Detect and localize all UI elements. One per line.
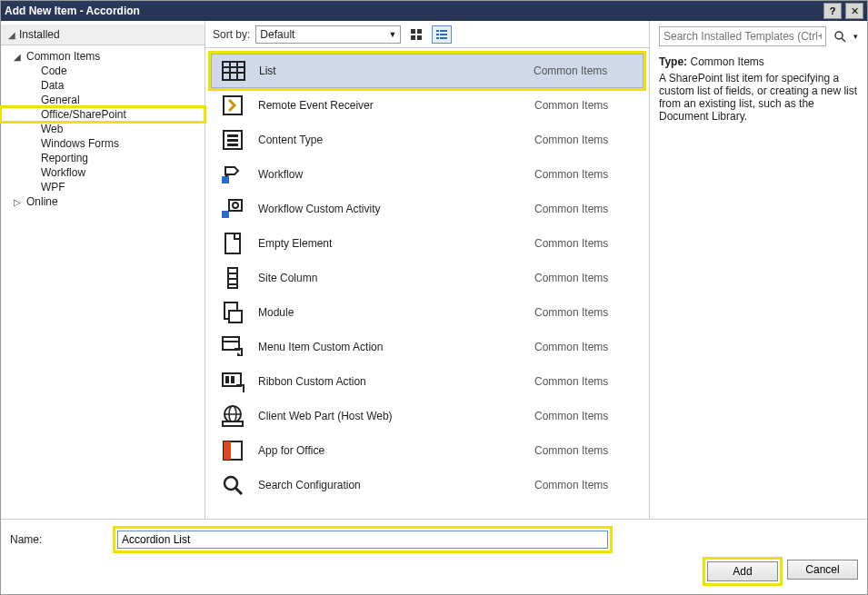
template-name: Search Configuration [258,479,522,491]
tree-item-general[interactable]: General [1,93,205,107]
close-button[interactable]: ✕ [845,3,863,19]
template-row-site-column[interactable]: Site Column Common Items [211,261,644,295]
template-name: List [259,64,521,77]
template-row-search-config[interactable]: Search Configuration Common Items [211,468,644,502]
template-name: Client Web Part (Host Web) [258,410,522,422]
template-row-empty-element[interactable]: Empty Element Common Items [211,226,644,261]
tree-item-online[interactable]: ▷ Online [1,194,205,209]
menu-action-icon [220,334,245,360]
template-category: Common Items [534,203,634,215]
tree-item-workflow[interactable]: Workflow [1,165,205,180]
template-row-content-type[interactable]: Content Type Common Items [211,123,644,157]
type-label: Type: [659,55,687,68]
chevron-down-icon: ▼ [388,30,396,39]
svg-rect-6 [436,34,439,35]
template-name: Content Type [258,134,522,146]
module-icon [220,300,245,325]
template-category: Common Items [534,272,634,284]
template-name: Empty Element [258,237,522,250]
tree-item-reporting[interactable]: Reporting [1,151,205,165]
svg-rect-23 [229,200,242,211]
template-row-remote-event[interactable]: Remote Event Receiver Common Items [211,88,644,123]
window-title: Add New Item - Accordion [5,5,820,17]
dialog-window: Add New Item - Accordion ? ✕ ◢ Installed… [0,0,868,595]
template-row-workflow-activity[interactable]: Workflow Custom Activity Common Items [211,192,644,226]
svg-line-44 [235,488,242,494]
tree-item-wpf[interactable]: WPF [1,180,205,194]
svg-rect-19 [227,144,238,146]
event-icon [220,93,245,118]
template-row-ribbon-action[interactable]: Ribbon Custom Action Common Items [211,364,644,399]
name-row: Name: [10,529,858,550]
tree-item-common-items[interactable]: ◢ Common Items [1,49,205,64]
tree-root-label: Installed [19,28,60,41]
search-icon [220,472,245,498]
center-pane: Sort by: Default ▼ [205,21,649,519]
template-category: Common Items [534,168,634,181]
template-name: Site Column [258,272,522,284]
tree-list: ◢ Common Items Code Data General Office/… [1,45,205,213]
template-row-module[interactable]: Module Common Items [211,295,644,330]
chevron-right-icon: ▷ [14,197,23,207]
template-category: Common Items [534,444,634,457]
content-type-icon [220,127,245,153]
web-part-icon [220,403,245,429]
svg-point-45 [835,32,843,39]
svg-rect-3 [417,35,422,40]
template-row-client-web-part[interactable]: Client Web Part (Host Web) Common Items [211,399,644,433]
template-name: Workflow [258,168,522,181]
template-category: Common Items [534,341,634,353]
title-bar: Add New Item - Accordion ? ✕ [1,1,867,21]
ribbon-action-icon [220,369,245,394]
empty-element-icon [220,231,245,256]
template-category: Common Items [534,99,634,112]
workflow-icon [220,162,245,187]
svg-rect-0 [411,29,415,34]
cancel-button[interactable]: Cancel [787,560,858,580]
chevron-down-icon: ◢ [14,52,23,62]
sort-value: Default [260,28,294,41]
template-name: Workflow Custom Activity [258,203,522,215]
tree-item-code[interactable]: Code [1,64,205,78]
template-name: App for Office [258,444,522,457]
template-category: Common Items [534,410,634,422]
svg-rect-42 [224,441,231,460]
magnifier-icon [833,30,846,43]
template-list[interactable]: List Common Items Remote Event Receiver … [205,48,649,519]
template-name: Ribbon Custom Action [258,375,522,388]
tree-item-office-sharepoint[interactable]: Office/SharePoint [1,107,205,122]
template-row-list[interactable]: List Common Items [211,54,644,88]
tree-item-web[interactable]: Web [1,122,205,136]
svg-rect-35 [225,376,229,383]
view-large-icons-button[interactable] [406,25,426,44]
chevron-down-icon[interactable]: ▾ [853,32,858,41]
template-row-workflow[interactable]: Workflow Common Items [211,157,644,192]
svg-rect-17 [227,134,238,137]
svg-rect-7 [440,34,447,35]
tree-item-data[interactable]: Data [1,78,205,93]
grid-large-icon [410,28,423,41]
search-button[interactable] [832,28,848,45]
svg-rect-31 [229,311,242,322]
template-row-app-for-office[interactable]: App for Office Common Items [211,433,644,468]
search-input[interactable] [659,26,826,46]
svg-rect-5 [440,30,447,32]
template-row-menu-item[interactable]: Menu Item Custom Action Common Items [211,330,644,364]
help-button[interactable]: ? [823,3,842,19]
office-app-icon [220,438,245,463]
name-input[interactable] [117,531,608,549]
template-category: Common Items [534,306,634,319]
svg-rect-25 [225,233,240,253]
dialog-body: ◢ Installed ◢ Common Items Code Data Gen… [1,21,867,594]
view-details-button[interactable] [432,25,452,44]
workflow-activity-icon [220,196,245,222]
tree-root-installed[interactable]: ◢ Installed [1,25,205,45]
sort-combo[interactable]: Default ▼ [255,25,401,44]
svg-point-43 [224,477,237,490]
description-pane: Type: Common Items A SharePoint list ite… [659,55,858,123]
svg-rect-22 [222,211,229,218]
template-category: Common Items [534,134,634,146]
tree-pane: ◢ Installed ◢ Common Items Code Data Gen… [1,21,205,519]
add-button[interactable]: Add [707,561,778,581]
tree-item-windows-forms[interactable]: Windows Forms [1,136,205,151]
